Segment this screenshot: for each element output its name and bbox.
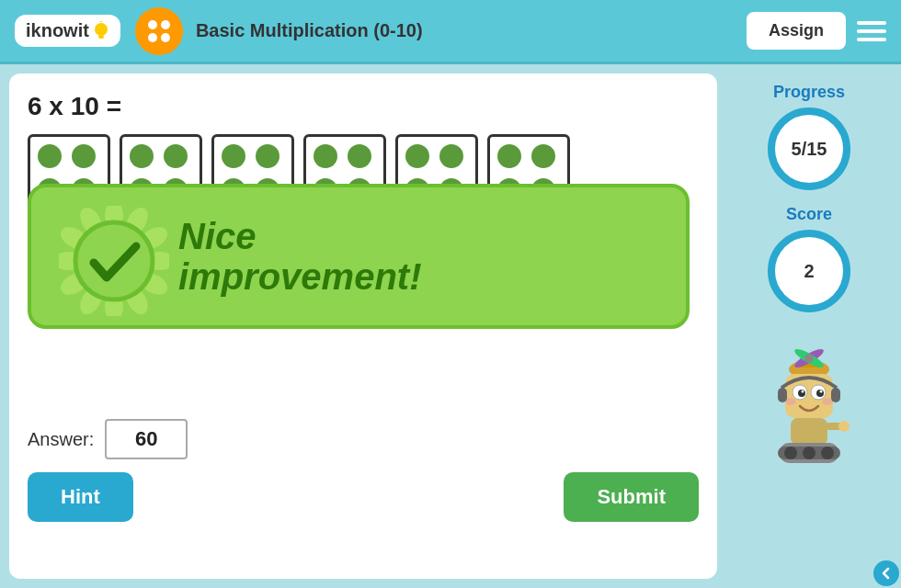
progress-label: Progress — [773, 83, 845, 102]
score-value: 2 — [804, 261, 814, 282]
dot-2 — [161, 20, 170, 29]
svg-point-15 — [75, 222, 153, 300]
svg-point-35 — [784, 447, 797, 459]
header-right: Assign — [747, 12, 886, 50]
logo: iknowit — [15, 15, 120, 47]
dot-3 — [148, 33, 157, 42]
mascot-area — [740, 342, 878, 470]
main-content: 6 x 10 = — [0, 64, 901, 588]
score-circle: 2 — [768, 230, 850, 312]
feedback-line2: improvement! — [178, 256, 422, 297]
activity-title: Basic Multiplication (0-10) — [196, 20, 423, 41]
progress-value: 5/15 — [792, 139, 827, 160]
activity-dots — [148, 20, 170, 42]
feedback-badge — [59, 206, 160, 307]
progress-circle: 5/15 — [768, 107, 850, 190]
hint-button[interactable]: Hint — [28, 472, 133, 522]
feedback-text: Nice improvement! — [178, 216, 422, 297]
svg-point-20 — [804, 354, 814, 363]
menu-icon[interactable] — [857, 21, 886, 41]
equation: 6 x 10 = — [28, 92, 699, 121]
svg-point-0 — [95, 23, 108, 36]
svg-point-27 — [820, 390, 823, 393]
logo-text: iknowit — [26, 20, 89, 41]
svg-rect-30 — [778, 388, 787, 402]
answer-display: 60 — [105, 419, 188, 459]
submit-button[interactable]: Submit — [564, 472, 699, 522]
bottom-buttons: Hint Submit — [28, 472, 699, 522]
assign-button[interactable]: Assign — [747, 12, 846, 50]
activity-icon — [135, 7, 183, 55]
svg-point-26 — [802, 390, 804, 393]
svg-point-39 — [838, 421, 850, 432]
svg-point-36 — [803, 447, 815, 459]
svg-point-37 — [821, 447, 834, 459]
answer-area: Answer: 60 — [28, 410, 699, 459]
header: iknowit Basic Multiplication (0-10) Assi… — [0, 0, 901, 64]
menu-bar-3 — [857, 38, 886, 41]
feedback-line1: Nice — [178, 216, 422, 256]
svg-rect-1 — [98, 35, 104, 39]
svg-rect-32 — [791, 418, 827, 446]
svg-rect-31 — [831, 388, 840, 402]
bulb-icon — [93, 21, 109, 41]
menu-bar-2 — [857, 29, 886, 33]
feedback-overlay: Nice improvement! — [28, 184, 690, 329]
score-label: Score — [786, 205, 832, 224]
mascot-svg — [745, 342, 873, 470]
answer-label: Answer: — [28, 429, 94, 450]
dot-1 — [148, 20, 157, 29]
question-panel: 6 x 10 = — [9, 74, 717, 579]
back-arrow-icon[interactable] — [873, 560, 899, 586]
menu-bar-1 — [857, 21, 886, 25]
score-section: Score 2 — [726, 205, 892, 312]
dot-4 — [161, 33, 170, 42]
badge-svg — [59, 206, 169, 316]
sidebar: Progress 5/15 Score 2 — [726, 74, 892, 579]
progress-section: Progress 5/15 — [726, 83, 892, 190]
